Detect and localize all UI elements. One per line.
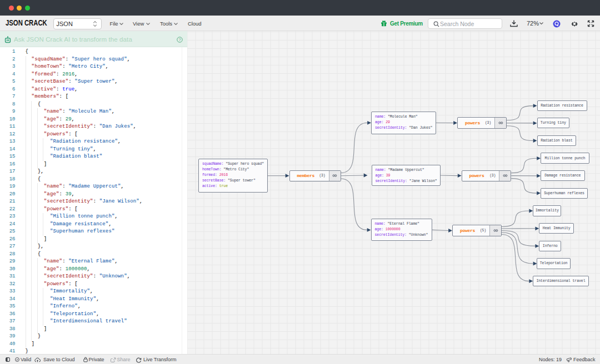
svg-text:?: ? xyxy=(178,37,181,42)
